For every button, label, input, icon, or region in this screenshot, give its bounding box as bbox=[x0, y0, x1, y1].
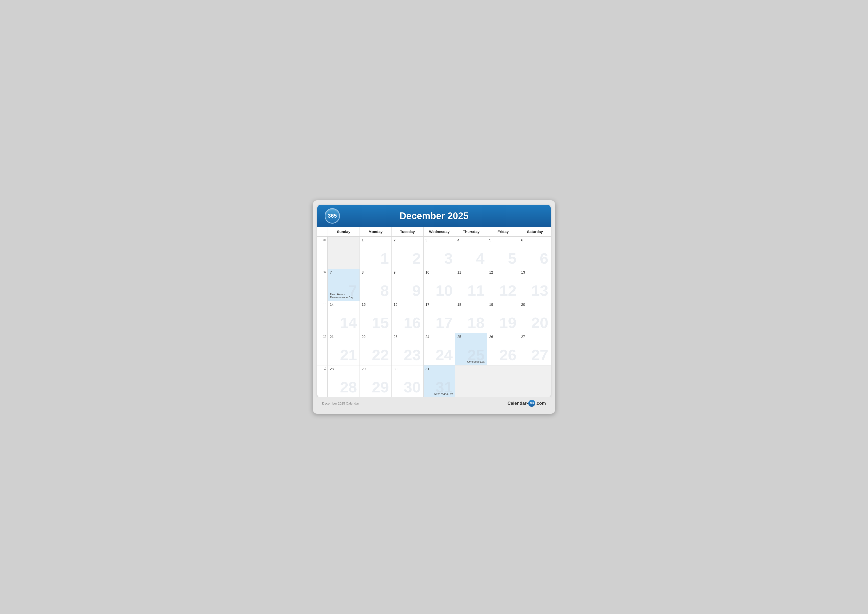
week-num-52: 52 bbox=[317, 333, 328, 365]
ghost-number: 17 bbox=[436, 315, 453, 331]
day-cell-empty-w0d0 bbox=[328, 236, 360, 269]
day-number: 28 bbox=[330, 367, 358, 371]
logo-circle: 365 bbox=[325, 208, 340, 224]
ghost-number: 26 bbox=[499, 347, 516, 363]
day-number: 12 bbox=[489, 270, 517, 274]
day-number: 10 bbox=[426, 270, 453, 274]
ghost-number: 8 bbox=[380, 283, 389, 298]
day-cell-empty-w4d5 bbox=[487, 365, 519, 397]
day-number: 3 bbox=[426, 238, 453, 242]
ghost-number: 20 bbox=[531, 315, 548, 331]
day-number: 1 bbox=[362, 238, 389, 242]
day-number: 6 bbox=[521, 238, 549, 242]
day-cell-4: 44 bbox=[455, 236, 487, 269]
day-cell-25: 2525Christmas Day bbox=[455, 333, 487, 365]
week-num-header-empty bbox=[317, 227, 328, 236]
ghost-number: 1 bbox=[380, 251, 389, 266]
day-cell-18: 1818 bbox=[455, 301, 487, 333]
day-cell-13: 1313 bbox=[519, 269, 551, 301]
ghost-number: 18 bbox=[467, 315, 485, 331]
ghost-number: 9 bbox=[412, 283, 421, 298]
day-cell-empty-w4d6 bbox=[519, 365, 551, 397]
page-wrapper: 365 December 2025 Sunday Monday Tuesday … bbox=[313, 200, 555, 414]
day-number: 2 bbox=[394, 238, 422, 242]
day-cell-26: 2626 bbox=[487, 333, 519, 365]
day-cell-11: 1111 bbox=[455, 269, 487, 301]
dow-row: Sunday Monday Tuesday Wednesday Thursday… bbox=[317, 227, 551, 236]
day-number: 29 bbox=[362, 367, 389, 371]
ghost-number: 10 bbox=[436, 283, 453, 298]
dow-wednesday: Wednesday bbox=[423, 227, 455, 236]
holiday-label: New Year's Eve bbox=[434, 392, 453, 395]
ghost-number: 2 bbox=[412, 251, 421, 266]
day-cell-20: 2020 bbox=[519, 301, 551, 333]
day-cell-19: 1919 bbox=[487, 301, 519, 333]
day-number: 18 bbox=[457, 303, 485, 306]
dow-friday: Friday bbox=[487, 227, 519, 236]
ghost-number: 21 bbox=[340, 347, 357, 363]
ghost-number: 11 bbox=[467, 283, 485, 298]
day-number: 16 bbox=[394, 303, 422, 306]
day-cell-3: 33 bbox=[423, 236, 455, 269]
day-cell-16: 1616 bbox=[391, 301, 423, 333]
week-num-50: 50 bbox=[317, 269, 328, 301]
day-cell-1: 11 bbox=[360, 236, 391, 269]
day-cell-8: 88 bbox=[360, 269, 391, 301]
holiday-label: Christmas Day bbox=[467, 360, 485, 363]
ghost-number: 19 bbox=[499, 315, 516, 331]
ghost-number: 13 bbox=[531, 283, 548, 298]
ghost-number: 22 bbox=[372, 347, 389, 363]
day-number: 14 bbox=[330, 303, 358, 306]
ghost-number: 27 bbox=[531, 347, 548, 363]
day-number: 23 bbox=[394, 335, 422, 339]
calendar-header: 365 December 2025 bbox=[317, 205, 551, 227]
day-number: 27 bbox=[521, 335, 549, 339]
day-cell-22: 2222 bbox=[360, 333, 391, 365]
day-number: 7 bbox=[330, 270, 358, 274]
day-number: 4 bbox=[457, 238, 485, 242]
day-cell-14: 1414 bbox=[328, 301, 360, 333]
day-number: 22 bbox=[362, 335, 389, 339]
day-cell-21: 2121 bbox=[328, 333, 360, 365]
day-number: 21 bbox=[330, 335, 358, 339]
day-cell-28: 2828 bbox=[328, 365, 360, 397]
week-num-51: 51 bbox=[317, 301, 328, 333]
ghost-number: 12 bbox=[499, 283, 516, 298]
day-cell-empty-w4d4 bbox=[455, 365, 487, 397]
footer-365-circle: 365 bbox=[528, 400, 535, 407]
day-cell-17: 1717 bbox=[423, 301, 455, 333]
footer-brand-post: .com bbox=[535, 401, 546, 406]
day-cell-29: 2929 bbox=[360, 365, 391, 397]
day-number: 25 bbox=[457, 335, 485, 339]
day-cell-5: 55 bbox=[487, 236, 519, 269]
ghost-number: 30 bbox=[404, 379, 421, 395]
dow-tuesday: Tuesday bbox=[391, 227, 423, 236]
footer-left-text: December 2025 Calendar bbox=[322, 401, 359, 405]
day-cell-23: 2323 bbox=[391, 333, 423, 365]
ghost-number: 23 bbox=[404, 347, 421, 363]
day-cell-2: 22 bbox=[391, 236, 423, 269]
dow-monday: Monday bbox=[360, 227, 391, 236]
ghost-number: 24 bbox=[436, 347, 453, 363]
ghost-number: 15 bbox=[372, 315, 389, 331]
ghost-number: 4 bbox=[476, 251, 485, 266]
ghost-number: 3 bbox=[444, 251, 453, 266]
day-cell-12: 1212 bbox=[487, 269, 519, 301]
day-cell-10: 1010 bbox=[423, 269, 455, 301]
ghost-number: 16 bbox=[404, 315, 421, 331]
ghost-number: 14 bbox=[340, 315, 357, 331]
day-cell-7: 77Pearl Harbor Remembrance Day bbox=[328, 269, 360, 301]
day-number: 26 bbox=[489, 335, 517, 339]
week-num-49: 49 bbox=[317, 236, 328, 269]
footer: December 2025 Calendar Calendar- 365 .co… bbox=[317, 397, 551, 409]
dow-thursday: Thursday bbox=[455, 227, 487, 236]
ghost-number: 28 bbox=[340, 379, 357, 395]
day-number: 13 bbox=[521, 270, 549, 274]
dow-saturday: Saturday bbox=[519, 227, 551, 236]
day-number: 17 bbox=[426, 303, 453, 306]
day-number: 8 bbox=[362, 270, 389, 274]
footer-brand: Calendar- 365 .com bbox=[507, 400, 546, 407]
header-title: December 2025 bbox=[345, 211, 523, 221]
day-cell-31: 3131New Year's Eve bbox=[423, 365, 455, 397]
calendar-grid: 491122334455665077Pearl Harbor Remembran… bbox=[317, 236, 551, 397]
